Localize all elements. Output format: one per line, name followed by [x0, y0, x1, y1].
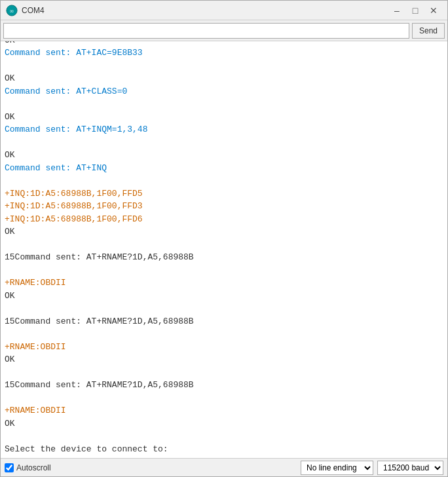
title-bar: ∞ COM4 – □ ✕ — [1, 1, 447, 20]
window-title: COM4 — [22, 6, 388, 15]
command-input[interactable] — [3, 23, 409, 39]
console-line: +INQ:1D:A5:68988B,1F00,FFD5 — [5, 187, 443, 200]
line-ending-select[interactable]: No line endingNewlineCarriage returnBoth… — [301, 461, 373, 475]
console-line — [5, 328, 443, 341]
baud-rate-select[interactable]: 300 baud1200 baud2400 baud4800 baud9600 … — [377, 461, 443, 475]
console-line: OK — [5, 72, 443, 85]
console-line: Command sent: AT+INQM=1,3,48 — [5, 123, 443, 136]
console-line: 15Command sent: AT+RNAME?1D,A5,68988B — [5, 379, 443, 392]
console-line — [5, 366, 443, 379]
autoscroll-text: Autoscroll — [16, 463, 51, 472]
console-line — [5, 60, 443, 73]
console-line: OK — [5, 417, 443, 430]
console-line — [5, 430, 443, 443]
autoscroll-label[interactable]: Autoscroll — [5, 463, 51, 472]
console-line: +RNAME:OBDII — [5, 404, 443, 417]
main-window: ∞ COM4 – □ ✕ Send OKCommand sent: AT+INI… — [0, 0, 448, 477]
console-line: OK — [5, 225, 443, 238]
console-line: OK — [5, 41, 443, 47]
status-bar: Autoscroll No line endingNewlineCarriage… — [1, 458, 447, 476]
console-area: OKCommand sent: AT+INIT OKCommand sent: … — [1, 41, 447, 458]
console-line: +RNAME:OBDII — [5, 341, 443, 354]
console-line: +INQ:1D:A5:68988B,1F00,FFD6 — [5, 213, 443, 226]
console-line — [5, 264, 443, 277]
title-bar-controls: – □ ✕ — [388, 4, 442, 17]
console-line — [5, 136, 443, 149]
console-line: OK — [5, 111, 443, 124]
maximize-button[interactable]: □ — [407, 4, 424, 17]
console-line: Command sent: AT+INQ — [5, 162, 443, 175]
svg-text:∞: ∞ — [10, 7, 14, 14]
toolbar: Send — [1, 20, 447, 41]
console-output[interactable]: OKCommand sent: AT+INIT OKCommand sent: … — [1, 41, 447, 458]
console-line: 15Command sent: AT+RNAME?1D,A5,68988B — [5, 315, 443, 328]
console-line: Command sent: AT+IAC=9E8B33 — [5, 47, 443, 60]
console-line — [5, 392, 443, 405]
console-line: OK — [5, 353, 443, 366]
autoscroll-checkbox[interactable] — [5, 463, 14, 472]
console-line: OK — [5, 290, 443, 303]
console-line — [5, 174, 443, 187]
console-line — [5, 98, 443, 111]
console-line — [5, 238, 443, 252]
arduino-icon: ∞ — [6, 5, 18, 16]
console-line: 15Command sent: AT+RNAME?1D,A5,68988B — [5, 251, 443, 264]
console-line: +INQ:1D:A5:68988B,1F00,FFD3 — [5, 200, 443, 213]
close-button[interactable]: ✕ — [425, 4, 442, 17]
console-line: +RNAME:OBDII — [5, 277, 443, 290]
console-line: Command sent: AT+CLASS=0 — [5, 85, 443, 98]
minimize-button[interactable]: – — [388, 4, 405, 17]
console-line — [5, 302, 443, 315]
send-button[interactable]: Send — [412, 23, 445, 39]
console-line: Select the device to connect to: — [5, 443, 443, 456]
console-line: OK — [5, 149, 443, 162]
